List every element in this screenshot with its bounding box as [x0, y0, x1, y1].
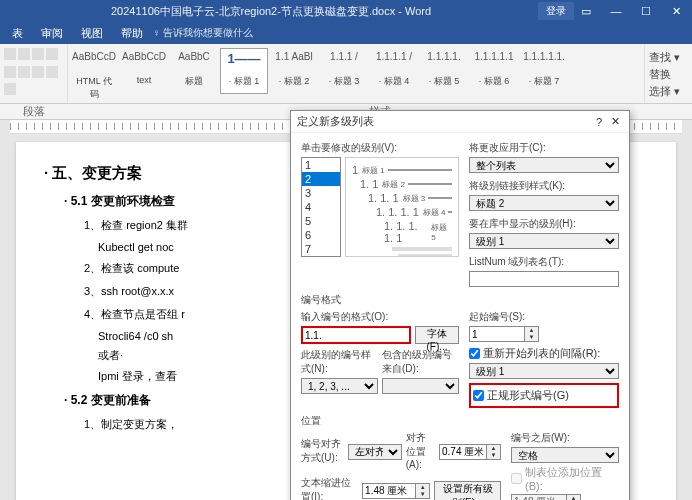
include-level-select[interactable]: [382, 378, 459, 394]
para-icon[interactable]: [32, 66, 44, 78]
editing-group: 查找 ▾ 替换 选择 ▾: [644, 44, 692, 103]
label: 编号对齐方式(U):: [301, 437, 344, 465]
restart-level-select[interactable]: 级别 1: [469, 363, 619, 379]
ribbon: AaBbCcDcHTML 代码AaBbCcDtextAaBbC标题1——· 标题…: [0, 44, 692, 104]
group-label: 段落: [0, 104, 68, 119]
indent-spinner[interactable]: ▲▼: [362, 483, 430, 499]
level-listbox[interactable]: 123456789: [301, 157, 341, 257]
label: 包含的级别编号来自(D):: [382, 348, 459, 376]
label: 输入编号的格式(O):: [301, 310, 459, 324]
close-icon[interactable]: ✕: [607, 115, 623, 128]
para-icon[interactable]: [18, 48, 30, 60]
follow-select[interactable]: 空格: [511, 447, 619, 463]
ribbon-options-icon[interactable]: ▭: [574, 5, 598, 18]
titlebar: 20241106中国电子云-北京region2-节点更换磁盘变更.docx - …: [0, 0, 692, 22]
formal-number-checkbox[interactable]: 正规形式编号(G): [473, 388, 615, 403]
style-· 标题 5[interactable]: 1.1.1.1.· 标题 5: [420, 48, 468, 94]
para-icon[interactable]: [4, 83, 16, 95]
start-at-spinner[interactable]: ▲▼: [469, 326, 539, 342]
minimize-icon[interactable]: —: [604, 5, 628, 18]
menubar: 表 审阅 视图 帮助 告诉我你想要做什么: [0, 22, 692, 44]
close-icon[interactable]: ✕: [664, 5, 688, 18]
para-icon[interactable]: [32, 48, 44, 60]
label: 此级别的编号样式(N):: [301, 348, 378, 376]
style-HTML 代码[interactable]: AaBbCcDcHTML 代码: [70, 48, 118, 94]
para-icon[interactable]: [18, 66, 30, 78]
section-label: 位置: [301, 414, 619, 428]
label: 编号之后(W):: [511, 431, 619, 445]
tab-stop-checkbox[interactable]: 制表位添加位置(B):: [511, 465, 619, 492]
gallery-level-select[interactable]: 级别 1: [469, 233, 619, 249]
tab-table[interactable]: 表: [4, 24, 31, 43]
style-标题[interactable]: AaBbC标题: [170, 48, 218, 94]
paragraph-group: [0, 44, 68, 103]
style-· 标题 7[interactable]: 1.1.1.1.1.· 标题 7: [520, 48, 568, 94]
align-select[interactable]: 左对齐: [348, 444, 402, 460]
styles-gallery[interactable]: AaBbCcDcHTML 代码AaBbCcDtextAaBbC标题1——· 标题…: [68, 44, 644, 103]
style-text[interactable]: AaBbCcDtext: [120, 48, 168, 94]
doc-title: 20241106中国电子云-北京region2-节点更换磁盘变更.docx - …: [4, 4, 538, 19]
number-style-select[interactable]: 1, 2, 3, ...: [301, 378, 378, 394]
find-button[interactable]: 查找 ▾: [649, 50, 688, 65]
para-icon[interactable]: [4, 48, 16, 60]
para-icon[interactable]: [4, 66, 16, 78]
tell-me[interactable]: 告诉我你想要做什么: [153, 26, 253, 40]
label: 单击要修改的级别(V):: [301, 141, 459, 155]
para-icon[interactable]: [46, 66, 58, 78]
maximize-icon[interactable]: ☐: [634, 5, 658, 18]
style-· 标题 2[interactable]: 1.1 AaBl· 标题 2: [270, 48, 318, 94]
align-at-spinner[interactable]: ▲▼: [439, 444, 501, 460]
style-· 标题 6[interactable]: 1.1.1.1.1· 标题 6: [470, 48, 518, 94]
label: 起始编号(S):: [469, 310, 539, 324]
multilevel-list-dialog: 定义新多级列表 ? ✕ 单击要修改的级别(V): 123456789 1标题 1…: [290, 110, 630, 500]
set-all-levels-button[interactable]: 设置所有级别(E)...: [434, 481, 501, 500]
tab-help[interactable]: 帮助: [113, 24, 151, 43]
label: 文本缩进位置(I):: [301, 476, 358, 500]
para-icon[interactable]: [46, 48, 58, 60]
help-icon[interactable]: ?: [591, 116, 607, 128]
style-· 标题 3[interactable]: 1.1.1 /· 标题 3: [320, 48, 368, 94]
listnum-input[interactable]: [469, 271, 619, 287]
apply-to-select[interactable]: 整个列表: [469, 157, 619, 173]
login-button[interactable]: 登录: [538, 2, 574, 20]
label: 将更改应用于(C):: [469, 141, 619, 155]
number-format-input[interactable]: [301, 326, 411, 344]
label: ListNum 域列表名(T):: [469, 255, 619, 269]
level-preview: 1标题 11. 1标题 21. 1. 1标题 31. 1. 1. 1标题 41.…: [345, 157, 459, 257]
style-· 标题 4[interactable]: 1.1.1.1 /· 标题 4: [370, 48, 418, 94]
tab-review[interactable]: 审阅: [33, 24, 71, 43]
restart-checkbox[interactable]: 重新开始列表的间隔(R):: [469, 346, 619, 361]
dialog-title: 定义新多级列表: [297, 114, 591, 129]
label: 对齐位置(A):: [406, 431, 435, 470]
style-· 标题 1[interactable]: 1——· 标题 1: [220, 48, 268, 94]
tab-stop-spinner: ▲▼: [511, 494, 619, 500]
tab-view[interactable]: 视图: [73, 24, 111, 43]
label: 将级别链接到样式(K):: [469, 179, 619, 193]
label: 要在库中显示的级别(H):: [469, 217, 619, 231]
replace-button[interactable]: 替换: [649, 67, 688, 82]
link-style-select[interactable]: 标题 2: [469, 195, 619, 211]
section-label: 编号格式: [301, 293, 619, 307]
select-button[interactable]: 选择 ▾: [649, 84, 688, 99]
font-button[interactable]: 字体(F)...: [415, 326, 459, 344]
dialog-titlebar: 定义新多级列表 ? ✕: [291, 111, 629, 133]
